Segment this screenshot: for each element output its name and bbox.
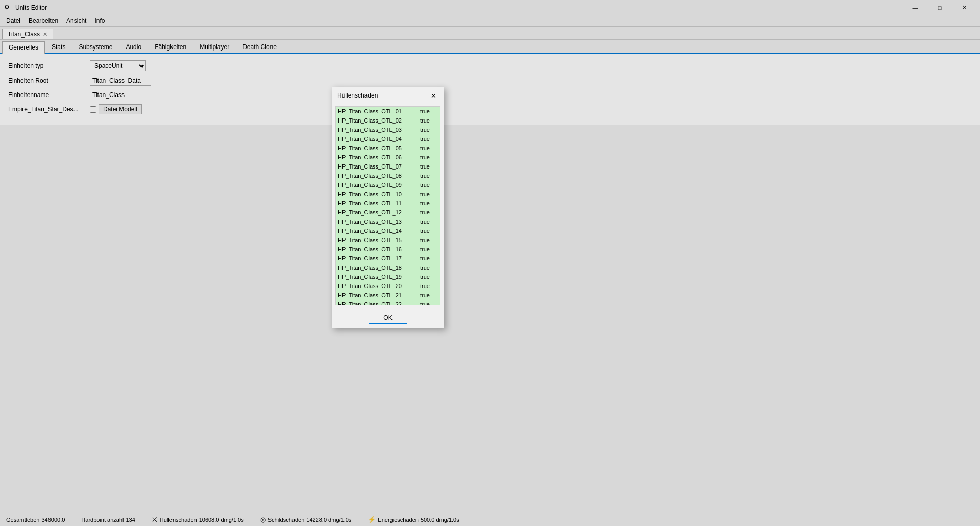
list-item[interactable]: HP_Titan_Class_OTL_05true	[336, 144, 440, 153]
list-item-name: HP_Titan_Class_OTL_19	[338, 274, 420, 280]
list-item-value: true	[420, 154, 438, 160]
list-item-value: true	[420, 219, 438, 225]
list-item-value: true	[420, 265, 438, 271]
list-item-name: HP_Titan_Class_OTL_17	[338, 255, 420, 261]
list-item-name: HP_Titan_Class_OTL_22	[338, 301, 420, 305]
list-item[interactable]: HP_Titan_Class_OTL_14true	[336, 226, 440, 235]
list-item-value: true	[420, 292, 438, 298]
list-item-value: true	[420, 246, 438, 252]
list-item[interactable]: HP_Titan_Class_OTL_13true	[336, 217, 440, 226]
list-item[interactable]: HP_Titan_Class_OTL_06true	[336, 153, 440, 162]
list-item[interactable]: HP_Titan_Class_OTL_04true	[336, 134, 440, 144]
list-item[interactable]: HP_Titan_Class_OTL_03true	[336, 125, 440, 134]
list-item-name: HP_Titan_Class_OTL_05	[338, 145, 420, 151]
list-item[interactable]: HP_Titan_Class_OTL_08true	[336, 171, 440, 180]
list-item-value: true	[420, 127, 438, 133]
list-item-value: true	[420, 145, 438, 151]
list-item[interactable]: HP_Titan_Class_OTL_02true	[336, 116, 440, 125]
list-item-name: HP_Titan_Class_OTL_15	[338, 237, 420, 243]
list-item-value: true	[420, 283, 438, 289]
list-item-value: true	[420, 191, 438, 197]
list-item-name: HP_Titan_Class_OTL_16	[338, 246, 420, 252]
list-item[interactable]: HP_Titan_Class_OTL_15true	[336, 235, 440, 245]
list-item[interactable]: HP_Titan_Class_OTL_09true	[336, 180, 440, 189]
list-item-value: true	[420, 163, 438, 170]
list-item-name: HP_Titan_Class_OTL_18	[338, 265, 420, 271]
list-item[interactable]: HP_Titan_Class_OTL_20true	[336, 281, 440, 291]
dialog-titlebar: Hüllenschaden ✕	[332, 87, 444, 104]
list-item[interactable]: HP_Titan_Class_OTL_01true	[336, 107, 440, 116]
list-item[interactable]: HP_Titan_Class_OTL_12true	[336, 208, 440, 217]
list-item-name: HP_Titan_Class_OTL_02	[338, 117, 420, 124]
list-item[interactable]: HP_Titan_Class_OTL_07true	[336, 162, 440, 171]
huellenschaden-dialog: Hüllenschaden ✕ HP_Titan_Class_OTL_01tru…	[332, 87, 444, 328]
list-item-value: true	[420, 200, 438, 206]
list-item-name: HP_Titan_Class_OTL_21	[338, 292, 420, 298]
list-item-name: HP_Titan_Class_OTL_13	[338, 219, 420, 225]
list-item-value: true	[420, 173, 438, 179]
list-item-value: true	[420, 255, 438, 261]
list-item-name: HP_Titan_Class_OTL_07	[338, 163, 420, 170]
list-item-value: true	[420, 136, 438, 142]
dialog-close-button[interactable]: ✕	[428, 90, 438, 101]
list-item-name: HP_Titan_Class_OTL_11	[338, 200, 420, 206]
list-item-name: HP_Titan_Class_OTL_20	[338, 283, 420, 289]
list-item-name: HP_Titan_Class_OTL_12	[338, 209, 420, 216]
list-item-name: HP_Titan_Class_OTL_04	[338, 136, 420, 142]
list-item-value: true	[420, 108, 438, 114]
dialog-list[interactable]: HP_Titan_Class_OTL_01trueHP_Titan_Class_…	[335, 106, 440, 305]
list-item-name: HP_Titan_Class_OTL_08	[338, 173, 420, 179]
list-item-value: true	[420, 228, 438, 234]
dialog-ok-button[interactable]: OK	[369, 312, 407, 324]
list-item-name: HP_Titan_Class_OTL_14	[338, 228, 420, 234]
list-item[interactable]: HP_Titan_Class_OTL_10true	[336, 189, 440, 199]
list-item[interactable]: HP_Titan_Class_OTL_22true	[336, 300, 440, 305]
list-item-value: true	[420, 209, 438, 216]
list-item-name: HP_Titan_Class_OTL_01	[338, 108, 420, 114]
list-item-value: true	[420, 274, 438, 280]
dialog-title: Hüllenschaden	[337, 92, 378, 99]
list-item-value: true	[420, 301, 438, 305]
list-item-name: HP_Titan_Class_OTL_09	[338, 182, 420, 188]
list-item[interactable]: HP_Titan_Class_OTL_19true	[336, 272, 440, 281]
list-item[interactable]: HP_Titan_Class_OTL_21true	[336, 291, 440, 300]
list-item-value: true	[420, 182, 438, 188]
list-item[interactable]: HP_Titan_Class_OTL_16true	[336, 245, 440, 254]
list-item-value: true	[420, 237, 438, 243]
list-item[interactable]: HP_Titan_Class_OTL_17true	[336, 254, 440, 263]
list-item-name: HP_Titan_Class_OTL_06	[338, 154, 420, 160]
dialog-footer: OK	[332, 307, 444, 328]
list-item-value: true	[420, 117, 438, 124]
list-item-name: HP_Titan_Class_OTL_03	[338, 127, 420, 133]
list-item[interactable]: HP_Titan_Class_OTL_18true	[336, 263, 440, 272]
list-item-name: HP_Titan_Class_OTL_10	[338, 191, 420, 197]
list-item[interactable]: HP_Titan_Class_OTL_11true	[336, 199, 440, 208]
dialog-overlay: Hüllenschaden ✕ HP_Titan_Class_OTL_01tru…	[0, 0, 980, 526]
